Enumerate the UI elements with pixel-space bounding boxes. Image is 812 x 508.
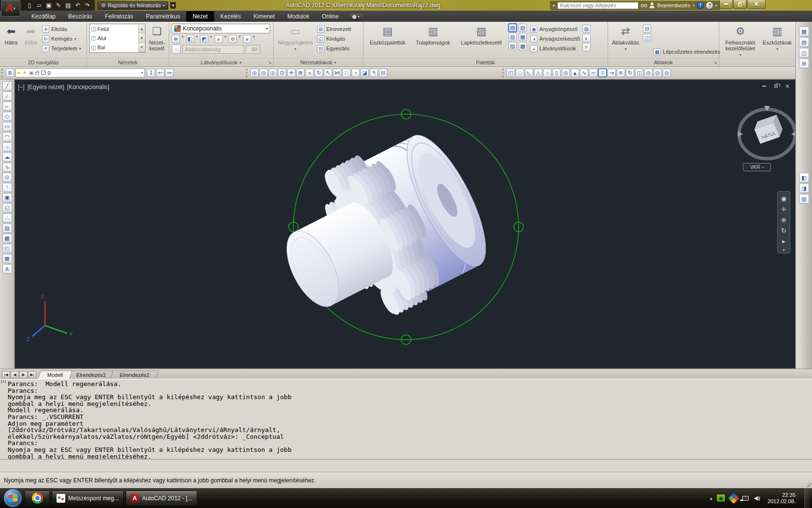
doc-restore-button[interactable] <box>772 83 780 90</box>
forward-button[interactable]: ➡ Előre <box>22 24 40 46</box>
move-3d-icon[interactable]: ✛ <box>287 69 295 77</box>
lights-palette-icon[interactable]: ▨ <box>508 42 517 50</box>
chevron-down-icon[interactable]: ▾ <box>253 35 255 43</box>
dialog-launcher-icon[interactable]: ↘ <box>713 60 717 65</box>
line-icon[interactable]: ╱ <box>2 81 12 90</box>
chevron-down-icon[interactable]: ▾ <box>196 35 198 43</box>
viewcube[interactable]: HÁTUL <box>738 106 795 159</box>
tab-kezdolap[interactable]: Kezdőlap <box>25 11 62 22</box>
user-interface-button[interactable]: ⚙ Felhasználóikezelőfelület ▾ <box>722 24 759 59</box>
restore-button[interactable] <box>733 0 747 9</box>
cascade-button[interactable]: ▩ Lépcsőzetes elrendezés <box>653 47 720 56</box>
named-views-icon[interactable]: ◎ <box>250 69 259 77</box>
cylinder-icon[interactable]: ▯ <box>552 69 561 77</box>
navbar-options-icon[interactable]: ▾ <box>783 248 784 252</box>
base-view-icon[interactable]: ⊡ <box>278 69 286 77</box>
view-manager-button[interactable]: ❏ Nézet-kezelő <box>148 24 166 52</box>
taskbar-clock[interactable]: 22:35 2012.02.08. <box>768 492 796 505</box>
tab-parametrikus[interactable]: Parametrikus <box>140 11 187 22</box>
view-item-alul[interactable]: ◫Alul <box>90 33 138 43</box>
clipboard-palette-icon[interactable]: ▩ <box>519 42 527 50</box>
tab-elrendezes1[interactable]: Elrendezés1 <box>67 371 116 379</box>
tab-modell[interactable]: Modell <box>38 371 72 379</box>
scroll-up-icon[interactable]: ▲ <box>139 24 145 33</box>
layer-previous-icon[interactable]: ↩ <box>156 69 164 77</box>
viewport-view-control[interactable]: [Egyéni nézet] <box>28 84 64 90</box>
quickcalc-icon[interactable]: ▦ <box>519 33 527 41</box>
resize-grip[interactable] <box>804 480 811 487</box>
prev-tab-button[interactable]: ◀ <box>11 371 19 378</box>
convert-to-surface-icon[interactable]: ⊟ <box>379 69 387 77</box>
showmotion-icon[interactable]: ▸ <box>779 236 789 246</box>
extrude-face-icon[interactable]: ⊞ <box>799 59 809 68</box>
properties-palette-button[interactable]: ▥ Tulajdonságok <box>412 24 454 46</box>
chevron-down-icon[interactable]: ▾ <box>141 71 143 75</box>
tab-nezet[interactable]: Nézet <box>186 11 214 22</box>
chevron-down-icon[interactable]: ▾ <box>225 35 227 43</box>
polysolid-icon[interactable]: ◰ <box>507 69 515 77</box>
command-window-grip[interactable] <box>1 380 6 383</box>
view-item-bal[interactable]: ◫Bal <box>90 43 138 52</box>
gradient-icon[interactable]: ▩ <box>2 234 12 243</box>
table-icon[interactable]: ▦ <box>2 254 12 263</box>
nvidia-tray-icon[interactable]: ◉ <box>717 494 725 502</box>
infocenter-search-input[interactable] <box>557 2 638 9</box>
ribbon-minimize-button[interactable]: ▾ <box>349 14 363 20</box>
chevron-down-icon[interactable]: ▾ <box>693 3 695 8</box>
orbit-icon[interactable]: ↻ <box>779 225 789 235</box>
visual-styles-palette-button[interactable]: ◒ Látványstílusok <box>530 44 580 53</box>
texture-off-icon[interactable]: ⊘ <box>229 35 237 43</box>
section-plane-right-icon[interactable]: ◧ <box>799 173 809 182</box>
pan-icon[interactable]: ✛ <box>779 204 789 214</box>
switch-windows-button[interactable]: ⇄ Ablakváltás ▾ <box>610 24 640 53</box>
construction-line-icon[interactable]: ∕ <box>2 91 12 101</box>
circle-icon[interactable]: ○ <box>2 142 12 151</box>
chevron-down-icon[interactable]: ▾ <box>715 3 717 8</box>
materials-toggle-icon[interactable]: ● <box>215 35 223 43</box>
navigation-wheel-icon[interactable]: ◉ <box>779 194 789 203</box>
shadow-toggle-icon[interactable]: ● <box>243 35 251 43</box>
doc-close-button[interactable]: ✕ <box>783 83 791 90</box>
tray-expand-icon[interactable]: ▴ <box>710 496 712 501</box>
toolbar-grip[interactable] <box>1 69 4 77</box>
view-pair-2-icon[interactable]: ◎ <box>653 69 662 77</box>
undo-icon[interactable]: ↶ <box>73 1 82 9</box>
vkr-coordinate-badge[interactable]: VKR▾ <box>743 163 771 171</box>
insert-block-icon[interactable]: ▣ <box>2 193 12 202</box>
drawing-canvas[interactable]: [−] [Egyéni nézet] [Koncepcionális] ✕ <box>14 79 796 369</box>
toolbars-button[interactable]: ▥ Eszköztárak ▾ <box>761 24 793 53</box>
point-icon[interactable]: ∴ <box>2 213 12 223</box>
material-browser-button[interactable]: ◉ Anyagböngésző <box>530 25 580 33</box>
command-input-line[interactable] <box>0 459 812 472</box>
last-tab-button[interactable]: ▶| <box>28 371 36 378</box>
chevron-down-icon[interactable]: ▾ <box>239 35 241 43</box>
zoom-icon[interactable]: ⊕ <box>779 215 789 224</box>
view-pair-icon[interactable]: ◎ <box>644 69 652 77</box>
revcloud-icon[interactable]: ☁ <box>2 152 12 162</box>
rotate-3d-icon[interactable]: ↻ <box>315 69 323 77</box>
add-crease-icon[interactable]: ◫ <box>799 48 809 58</box>
palettes-window-icon[interactable]: ▤ <box>508 24 517 32</box>
xref-palette-icon[interactable]: ▧ <box>519 24 527 32</box>
hatch-icon[interactable]: ▨ <box>2 224 12 233</box>
back-button[interactable]: ⬅ Hátra <box>2 24 20 46</box>
view-pair-3-icon[interactable]: ◎ <box>663 69 671 77</box>
section-plane-icon[interactable]: ◫ <box>635 69 643 77</box>
sheet-set-manager-button[interactable]: ▨ Lapkészletkezelő <box>457 24 506 46</box>
cone-icon[interactable]: △ <box>534 69 542 77</box>
scroll-end-icon[interactable]: ▼ <box>139 43 145 52</box>
viewport-rectangular-button[interactable]: ▭ Négyszögletes ▾ <box>276 24 315 53</box>
opacity-slider[interactable]: Átlátszatlanság <box>182 45 244 54</box>
sign-in-button[interactable]: Bejelentkezés <box>657 2 690 8</box>
qat-customize-button[interactable]: ▾ <box>170 2 176 9</box>
spline-icon[interactable]: ∿ <box>2 163 12 172</box>
markup-manager-icon[interactable]: ▥ <box>508 33 517 41</box>
minimize-button[interactable] <box>719 0 733 9</box>
chevron-down-icon[interactable]: ▾ <box>182 35 184 43</box>
close-button[interactable]: ✕ <box>747 0 766 9</box>
loft-icon[interactable]: ≋ <box>617 69 625 77</box>
make-block-icon[interactable]: ◱ <box>2 203 12 212</box>
box-icon[interactable]: □ <box>516 69 524 77</box>
application-menu-button[interactable]: A ▾ <box>1 0 20 16</box>
hidden-visualstyle-icon[interactable]: ◧ <box>186 35 194 43</box>
